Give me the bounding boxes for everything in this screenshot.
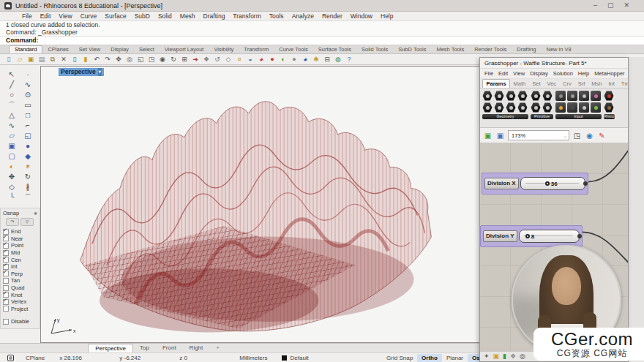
active-layer[interactable]: Default [274, 355, 315, 361]
sphere-icon[interactable]: ● [23, 141, 34, 151]
osnap-checkbox-row[interactable]: Knot [3, 291, 40, 298]
viewport-grid-icon[interactable]: ⊞ [180, 55, 189, 64]
rotate-view-icon[interactable]: ↻ [169, 55, 178, 64]
toolbar-tab[interactable]: Visibility [209, 46, 239, 53]
menu-item[interactable]: Solution [553, 70, 573, 77]
osnap-checkbox-row[interactable]: Int [3, 263, 40, 271]
menu-item[interactable]: File [22, 12, 32, 20]
checkbox[interactable] [3, 278, 9, 284]
category-tab[interactable]: Int [605, 80, 618, 88]
toolbar-tab[interactable]: Surface Tools [313, 46, 356, 53]
copy-clipboard-icon[interactable]: ▯ [70, 55, 79, 64]
toolbar-tab[interactable]: New in V8 [542, 46, 577, 53]
osnap-checkbox-row[interactable]: Near [3, 235, 40, 243]
status-toggle[interactable]: Grid Snap [382, 354, 417, 362]
save-icon[interactable]: ▣ [26, 55, 35, 64]
freeform-icon[interactable]: ∿ [7, 121, 18, 130]
category-tab[interactable]: Vec [544, 80, 560, 88]
palette-group-label[interactable]: Geometry [482, 114, 528, 119]
render-sphere-blue-icon[interactable]: ◕ [301, 55, 310, 64]
viewport-tab[interactable]: Right [183, 344, 210, 352]
compass-icon[interactable]: ◎ [520, 352, 525, 361]
cylinder-icon[interactable]: ▢ [7, 151, 18, 161]
toolbar-tab[interactable]: Viewport Layout [160, 46, 209, 53]
paste-icon[interactable]: ▮ [81, 55, 90, 64]
scale-icon[interactable]: ◇ [224, 55, 233, 64]
fillet-icon[interactable]: ╰ [7, 192, 18, 202]
value-list-icon[interactable] [579, 91, 589, 101]
category-tab[interactable]: Set [529, 80, 544, 88]
osnap-checkbox-row[interactable]: End [3, 228, 40, 235]
chevron-down-icon[interactable]: ▾ [98, 68, 102, 76]
menu-item[interactable]: MetaHopper [594, 70, 624, 77]
osnap-checkbox-row[interactable]: Project [3, 306, 40, 313]
filter-icon[interactable]: ▽ [20, 218, 34, 226]
osnap-checkbox-row[interactable]: Mid [3, 249, 40, 257]
gradient-icon[interactable] [591, 91, 601, 101]
param-circle-icon[interactable] [506, 91, 516, 101]
preview-eye-icon[interactable]: ◉ [585, 131, 594, 140]
toolbar-tab[interactable]: Display [105, 46, 134, 53]
category-tab[interactable]: Math [510, 80, 529, 88]
category-tab[interactable]: Params [482, 79, 510, 88]
checkbox[interactable] [3, 271, 9, 276]
checkbox[interactable] [3, 319, 9, 325]
toolbar-tab[interactable]: Render Tools [469, 46, 512, 53]
cluster-icon[interactable]: ❖ [510, 352, 516, 361]
scale-tool-icon[interactable]: ◇ [7, 182, 18, 192]
slider-label[interactable]: Division Y [483, 230, 517, 242]
output-grip[interactable] [577, 234, 582, 238]
menu-item[interactable]: Help [381, 12, 393, 20]
number-slider-icon[interactable] [555, 91, 566, 101]
viewport-tab[interactable]: Top [133, 344, 156, 352]
palette-group-label[interactable]: Primitive [531, 114, 553, 119]
category-tab[interactable]: Tms [618, 80, 628, 88]
toolbar-tab[interactable]: Select [134, 46, 160, 53]
layers-icon[interactable]: ⊟ [323, 55, 332, 64]
patch-icon[interactable]: ◱ [23, 131, 34, 140]
slider-group-division-y[interactable]: Division Y 8 [480, 225, 583, 247]
number-slider[interactable]: 36 [520, 177, 585, 190]
square-icon[interactable]: □ [23, 110, 34, 120]
menu-item[interactable]: View [513, 70, 525, 77]
status-toggle[interactable]: Planar [442, 354, 468, 362]
menu-item[interactable]: Surface [105, 12, 126, 20]
open-definition-icon[interactable]: ▣ [483, 131, 493, 140]
minimize-button[interactable]: – [594, 0, 597, 11]
mirror-icon[interactable]: ∦ [23, 182, 34, 192]
move-icon[interactable]: ➜ [191, 55, 200, 64]
pan-icon[interactable]: ✥ [114, 55, 123, 64]
number-slider[interactable]: 8 [519, 230, 580, 243]
menu-item[interactable]: Analyze [292, 12, 314, 20]
param-integer-icon[interactable] [542, 91, 553, 101]
zoom-selected-icon[interactable]: ◉ [158, 55, 167, 64]
menu-item[interactable]: Solid [158, 12, 172, 20]
select-arrow-icon[interactable]: ↖ [7, 69, 18, 79]
new-file-icon[interactable]: ▯ [4, 55, 13, 64]
image-sampler-icon[interactable] [591, 102, 601, 113]
osnap-checkbox-row[interactable]: Tan [3, 277, 40, 284]
menu-item[interactable]: Edit [40, 12, 51, 20]
sketch-pen-icon[interactable]: ✎ [597, 131, 607, 140]
maximize-button[interactable]: ▢ [607, 0, 614, 11]
surface-icon[interactable]: ▱ [7, 131, 18, 140]
toolbar-tab[interactable]: CPlanes [42, 46, 73, 53]
gear-icon[interactable]: ✱ [34, 211, 37, 216]
param-boolean-icon[interactable] [531, 91, 541, 101]
param-mesh-icon[interactable] [517, 102, 528, 113]
menu-item[interactable]: Help [578, 70, 589, 77]
rotate-tool-icon[interactable]: ↻ [23, 172, 34, 181]
zoom-extents-icon[interactable]: ◳ [147, 55, 156, 64]
corner-curve-icon[interactable]: ⌐ [23, 121, 34, 130]
box-icon[interactable]: ▣ [7, 141, 18, 151]
zoom-level-select[interactable]: 173%⌄ [508, 130, 569, 140]
zoom-icon[interactable]: ◎ [125, 55, 134, 64]
menu-item[interactable]: SubD [135, 12, 150, 20]
save-definition-icon[interactable]: ▣ [495, 131, 505, 140]
add-viewport-button[interactable]: + [209, 344, 226, 352]
profiler-icon[interactable]: ✦ [484, 352, 490, 361]
point-icon[interactable]: ∙ [23, 69, 34, 79]
menu-item[interactable]: View [59, 12, 72, 20]
render-icon[interactable]: ◕ [257, 55, 266, 64]
chart-icon[interactable]: ▮ [503, 352, 506, 361]
